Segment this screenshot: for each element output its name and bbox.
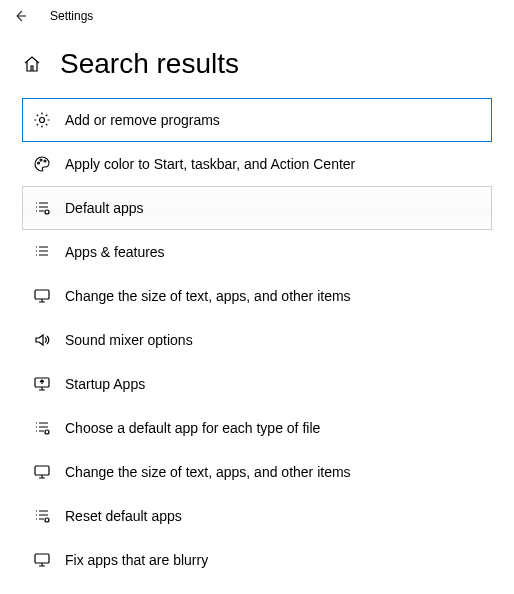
result-item-add-remove-programs[interactable]: Add or remove programs bbox=[22, 98, 492, 142]
svg-rect-10 bbox=[35, 554, 49, 563]
result-label: Fix apps that are blurry bbox=[65, 552, 208, 568]
sound-icon bbox=[33, 331, 51, 349]
result-label: Default apps bbox=[65, 200, 144, 216]
result-label: Startup Apps bbox=[65, 376, 145, 392]
result-label: Choose a default app for each type of fi… bbox=[65, 420, 320, 436]
svg-point-3 bbox=[44, 160, 46, 162]
results-list: Add or remove programs Apply color to St… bbox=[0, 98, 514, 582]
app-title: Settings bbox=[50, 9, 93, 23]
back-button[interactable] bbox=[10, 6, 30, 26]
header: Search results bbox=[0, 32, 514, 98]
result-item-apps-features[interactable]: Apps & features bbox=[22, 230, 492, 274]
result-label: Add or remove programs bbox=[65, 112, 220, 128]
svg-point-0 bbox=[40, 118, 45, 123]
titlebar: Settings bbox=[0, 0, 514, 32]
result-item-choose-default-file[interactable]: Choose a default app for each type of fi… bbox=[22, 406, 492, 450]
display-icon bbox=[33, 287, 51, 305]
list-icon bbox=[33, 243, 51, 261]
display-icon bbox=[33, 551, 51, 569]
result-label: Change the size of text, apps, and other… bbox=[65, 288, 351, 304]
svg-rect-5 bbox=[35, 290, 49, 299]
svg-point-1 bbox=[38, 162, 40, 164]
svg-point-2 bbox=[40, 159, 42, 161]
result-label: Change the size of text, apps, and other… bbox=[65, 464, 351, 480]
result-item-change-size-1[interactable]: Change the size of text, apps, and other… bbox=[22, 274, 492, 318]
svg-point-9 bbox=[45, 518, 49, 522]
result-label: Apps & features bbox=[65, 244, 165, 260]
result-label: Sound mixer options bbox=[65, 332, 193, 348]
svg-point-7 bbox=[45, 430, 49, 434]
display-icon bbox=[33, 463, 51, 481]
back-arrow-icon bbox=[12, 8, 28, 24]
result-item-fix-blurry[interactable]: Fix apps that are blurry bbox=[22, 538, 492, 582]
result-item-reset-default[interactable]: Reset default apps bbox=[22, 494, 492, 538]
result-label: Reset default apps bbox=[65, 508, 182, 524]
result-item-change-size-2[interactable]: Change the size of text, apps, and other… bbox=[22, 450, 492, 494]
list-settings-icon bbox=[33, 199, 51, 217]
result-item-default-apps[interactable]: Default apps bbox=[22, 186, 492, 230]
result-label: Apply color to Start, taskbar, and Actio… bbox=[65, 156, 355, 172]
page-title: Search results bbox=[60, 48, 239, 80]
result-item-startup-apps[interactable]: Startup Apps bbox=[22, 362, 492, 406]
startup-icon bbox=[33, 375, 51, 393]
result-item-sound-mixer[interactable]: Sound mixer options bbox=[22, 318, 492, 362]
home-button[interactable] bbox=[22, 54, 42, 74]
list-settings-icon bbox=[33, 419, 51, 437]
svg-rect-8 bbox=[35, 466, 49, 475]
home-icon bbox=[23, 55, 41, 73]
svg-point-4 bbox=[45, 210, 49, 214]
list-settings-icon bbox=[33, 507, 51, 525]
gear-icon bbox=[33, 111, 51, 129]
palette-icon bbox=[33, 155, 51, 173]
result-item-apply-color[interactable]: Apply color to Start, taskbar, and Actio… bbox=[22, 142, 492, 186]
